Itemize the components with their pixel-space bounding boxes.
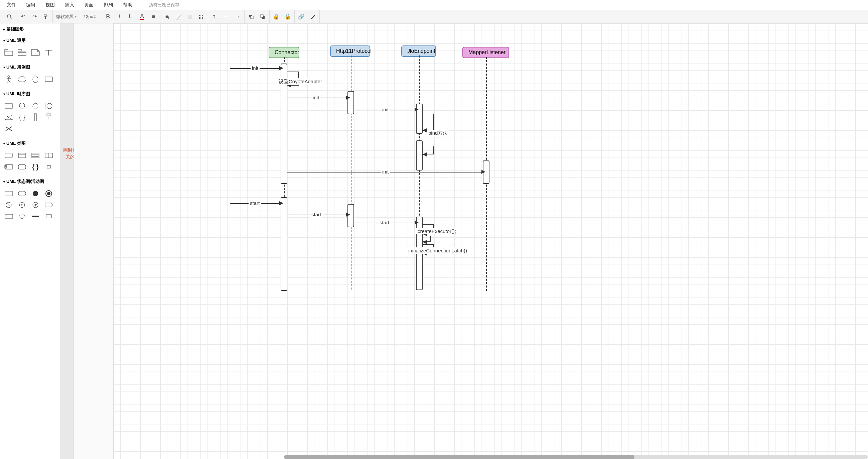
undo-icon[interactable]: ↶ bbox=[19, 12, 28, 21]
message-label: init bbox=[311, 94, 320, 101]
shape-deep-history[interactable]: H* bbox=[29, 200, 41, 210]
magic-wand-icon[interactable] bbox=[308, 12, 317, 21]
activation-bar[interactable] bbox=[281, 197, 287, 291]
shape-class-small[interactable] bbox=[43, 162, 55, 172]
shape-final[interactable] bbox=[43, 189, 55, 199]
arrow-start-icon[interactable]: — bbox=[221, 12, 231, 21]
shape-class-rounded[interactable] bbox=[16, 162, 28, 172]
lifeline-jloendpoint[interactable]: JloEndpoint bbox=[401, 46, 436, 57]
fill-color-icon[interactable] bbox=[162, 12, 172, 21]
lifeline-connector[interactable]: Connector bbox=[269, 47, 299, 58]
menu-view[interactable]: 视图 bbox=[45, 2, 55, 8]
svg-rect-37 bbox=[34, 114, 36, 121]
section-uml-sequence[interactable]: ▾UML 时序图 bbox=[0, 88, 60, 99]
font-size-down-icon[interactable]: ▾ bbox=[94, 17, 98, 19]
menu-help[interactable]: 帮助 bbox=[123, 2, 132, 8]
link-icon[interactable]: 🔗 bbox=[297, 12, 306, 21]
lifeline-http11protocol[interactable]: Http11Protocol bbox=[330, 46, 370, 57]
text-align-icon[interactable]: ≡ bbox=[149, 12, 158, 21]
shape-note[interactable] bbox=[29, 48, 41, 57]
shape-seq-fragment[interactable] bbox=[3, 112, 15, 122]
shape-seq-rect[interactable] bbox=[3, 101, 15, 111]
shape-state-rect[interactable] bbox=[3, 189, 15, 199]
arrow-head-icon bbox=[482, 170, 486, 174]
shape-component[interactable] bbox=[3, 162, 15, 172]
shape-seq-braces[interactable]: { } bbox=[16, 112, 28, 122]
shape-receive[interactable] bbox=[3, 211, 15, 221]
font-family-select[interactable]: 微软雅黑▾ bbox=[55, 13, 78, 20]
font-size-input[interactable]: 13px ▴ ▾ bbox=[82, 13, 99, 20]
shape-class-3[interactable] bbox=[29, 150, 41, 161]
shape-seq-activation[interactable] bbox=[29, 112, 41, 122]
message-label: 设置CoyoteAdapter bbox=[277, 78, 323, 85]
shape-signal[interactable] bbox=[43, 200, 55, 210]
shape-initial[interactable] bbox=[29, 189, 41, 199]
shape-rect[interactable] bbox=[43, 74, 55, 84]
shape-actor[interactable] bbox=[3, 74, 15, 84]
unlock-icon[interactable]: 🔓 bbox=[283, 12, 292, 21]
svg-rect-15 bbox=[18, 50, 21, 51]
align-distribute-icon[interactable]: ≣ bbox=[185, 12, 194, 21]
format-painter-icon[interactable] bbox=[41, 12, 51, 21]
italic-icon[interactable]: I bbox=[115, 12, 124, 21]
zoom-icon[interactable] bbox=[5, 12, 14, 21]
shape-seq-entity[interactable] bbox=[16, 101, 28, 111]
shape-class-4[interactable] bbox=[43, 150, 55, 161]
canvas-area[interactable]: 画时序图相关的元素 Connector Http11Protocol JloEn… bbox=[60, 23, 868, 459]
section-uml-state[interactable]: ▾UML 状态图/活动图 bbox=[0, 176, 60, 187]
menu-file[interactable]: 文件 bbox=[7, 2, 16, 8]
section-uml-general[interactable]: ▾UML 通用 bbox=[0, 35, 60, 46]
menu-arrange[interactable]: 排列 bbox=[103, 2, 113, 8]
activation-bar[interactable] bbox=[347, 91, 354, 114]
shape-ellipse[interactable] bbox=[16, 74, 28, 84]
menu-edit[interactable]: 编辑 bbox=[26, 2, 35, 8]
sequence-diagram[interactable]: Connector Http11Protocol JloEndpoint Map… bbox=[114, 23, 868, 459]
canvas-ruler: 画时序图相关的元素 bbox=[60, 23, 73, 459]
arrow-head-icon bbox=[346, 96, 350, 99]
shape-seq-lifeline[interactable] bbox=[43, 112, 55, 122]
shape-terminate[interactable] bbox=[3, 200, 15, 210]
menu-page[interactable]: 页面 bbox=[84, 2, 94, 8]
svg-rect-43 bbox=[32, 153, 39, 158]
activation-bar[interactable] bbox=[416, 140, 423, 171]
shape-state-rounded[interactable] bbox=[16, 189, 28, 199]
shape-diamond[interactable] bbox=[16, 211, 28, 221]
shape-seq-boundary[interactable] bbox=[43, 101, 55, 111]
shape-oval[interactable] bbox=[29, 74, 41, 84]
bold-icon[interactable]: B bbox=[103, 12, 113, 21]
svg-rect-49 bbox=[5, 166, 7, 167]
shape-seq-control[interactable] bbox=[29, 101, 41, 111]
menu-insert[interactable]: 插入 bbox=[65, 2, 74, 8]
shape-package[interactable] bbox=[3, 48, 15, 57]
svg-rect-64 bbox=[46, 214, 52, 218]
shape-seq-destroy[interactable] bbox=[3, 124, 15, 134]
send-back-icon[interactable] bbox=[258, 12, 267, 21]
self-call[interactable] bbox=[423, 114, 434, 131]
distribute-icon[interactable] bbox=[196, 12, 206, 21]
shape-class-2[interactable] bbox=[16, 150, 28, 161]
section-uml-class[interactable]: ▾UML 类图 bbox=[0, 138, 60, 149]
svg-point-31 bbox=[33, 104, 38, 109]
underline-icon[interactable]: U bbox=[126, 12, 135, 21]
lifeline-mapperlistener[interactable]: MapperListener bbox=[462, 47, 509, 58]
shape-class-simple[interactable] bbox=[3, 150, 15, 161]
shape-text[interactable] bbox=[43, 48, 55, 57]
svg-line-1 bbox=[10, 18, 12, 19]
shape-folder[interactable] bbox=[16, 48, 28, 57]
redo-icon[interactable]: ↷ bbox=[30, 12, 39, 21]
shape-bar[interactable] bbox=[29, 211, 41, 221]
horizontal-scrollbar[interactable] bbox=[284, 455, 868, 459]
shape-class-braces[interactable]: { } bbox=[29, 162, 41, 172]
arrow-head-icon bbox=[346, 212, 350, 217]
line-color-icon[interactable] bbox=[174, 12, 183, 21]
svg-point-25 bbox=[18, 77, 26, 82]
shape-history[interactable]: H bbox=[16, 200, 28, 210]
bring-front-icon[interactable] bbox=[247, 12, 256, 21]
section-uml-usecase[interactable]: ▾UML 用例图 bbox=[0, 61, 60, 73]
font-color-icon[interactable]: A bbox=[137, 12, 147, 21]
connector-type-icon[interactable] bbox=[210, 12, 219, 21]
arrow-end-icon[interactable]: → bbox=[233, 12, 242, 21]
lock-icon[interactable]: 🔒 bbox=[272, 12, 281, 21]
section-basic-shapes[interactable]: ▸基础图形 bbox=[0, 23, 60, 35]
shape-state-small[interactable] bbox=[43, 211, 55, 221]
